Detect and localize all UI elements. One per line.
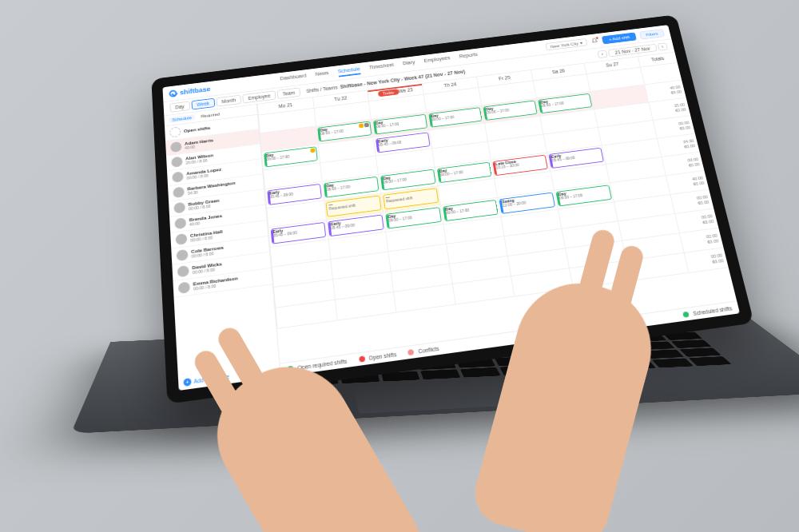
brand[interactable]: shiftbase: [169, 85, 210, 97]
viewtab-employee[interactable]: Employee: [242, 90, 276, 103]
sidebar-tab-required[interactable]: Required: [197, 111, 223, 120]
viewtab-week[interactable]: Week: [191, 98, 215, 110]
avatar: [173, 202, 185, 214]
sidebar-tab-schedule[interactable]: Schedule: [169, 114, 195, 123]
warn-icon: [359, 123, 364, 128]
row-totals: 00:00€0.00: [684, 248, 729, 273]
add-shift-button[interactable]: + Add shift: [602, 32, 636, 44]
chevron-down-icon: ▾: [580, 40, 583, 45]
avatar: [172, 171, 184, 182]
app-screen: shiftbase DashboardNewsScheduleTimesheet…: [162, 25, 740, 391]
avatar: [178, 281, 190, 294]
notifications-icon[interactable]: [591, 38, 599, 44]
avatar: [173, 186, 185, 198]
schedule-grid: Mo 21Tu 22TodayWe 23Th 24Fr 25Sa 26Su 27…: [257, 52, 740, 376]
plus-icon: +: [183, 378, 191, 387]
avatar: [174, 217, 186, 229]
brand-logo-icon: [169, 89, 177, 97]
employee-name: Open shifts: [184, 125, 211, 133]
location-label: New York City: [550, 41, 578, 48]
nav-diary[interactable]: Diary: [402, 59, 415, 69]
legend-scheduled: Scheduled shifts: [682, 305, 732, 317]
date-next-button[interactable]: ›: [658, 42, 669, 50]
legend-conflicts: Conflicts: [407, 346, 439, 355]
nav-timesheet[interactable]: Timesheet: [369, 62, 395, 73]
lock-icon: [364, 122, 368, 127]
warn-icon: [310, 148, 315, 153]
filters-button[interactable]: Filters: [639, 29, 665, 39]
viewtab-month[interactable]: Month: [216, 95, 241, 107]
brand-name: shiftbase: [180, 85, 211, 96]
date-prev-button[interactable]: ‹: [597, 50, 607, 59]
legend-open-shifts: Open shifts: [359, 351, 397, 363]
location-selector[interactable]: New York City ▾: [545, 38, 587, 50]
avatar: [177, 265, 189, 277]
nav-dashboard[interactable]: Dashboard: [280, 73, 307, 84]
viewtab-team[interactable]: Team: [276, 87, 300, 99]
notification-dot-icon: [595, 36, 600, 40]
avatar: [175, 233, 187, 245]
nav-reports[interactable]: Reports: [459, 51, 479, 62]
avatar: [171, 157, 183, 168]
avatar: [170, 141, 182, 153]
nav-employees[interactable]: Employees: [423, 55, 451, 66]
avatar: [177, 249, 189, 261]
nav-schedule[interactable]: Schedule: [337, 66, 360, 77]
breadcrumb-path: Shifts / Teams: [306, 85, 338, 93]
nav-news[interactable]: News: [315, 69, 329, 79]
avatar: [169, 127, 181, 138]
viewtab-day[interactable]: Day: [169, 101, 189, 113]
